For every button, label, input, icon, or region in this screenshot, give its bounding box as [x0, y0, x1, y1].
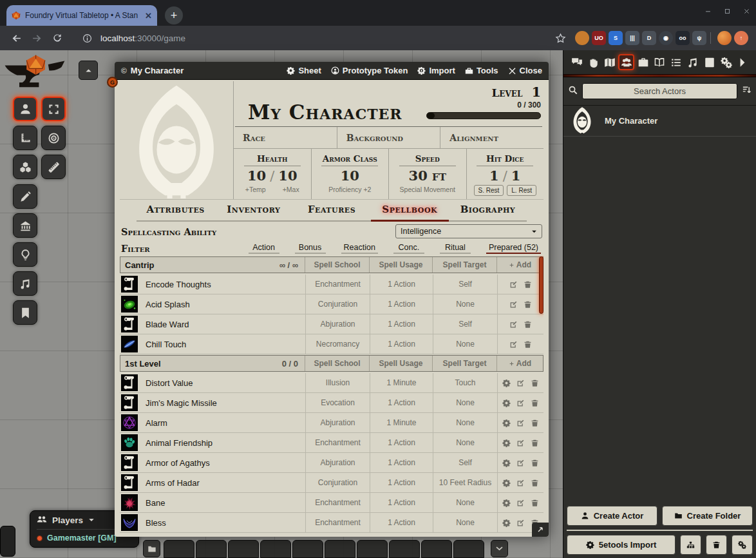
sidebar-tab-chat[interactable]: [569, 54, 585, 70]
new-tab-button[interactable]: +: [165, 6, 183, 24]
edit-icon[interactable]: [509, 280, 518, 289]
wall-controls-button[interactable]: [13, 213, 37, 238]
prepare-toggle-icon[interactable]: [502, 419, 511, 427]
spell-name[interactable]: Chill Touch: [140, 340, 305, 349]
spell-icon[interactable]: [121, 316, 138, 332]
sound-controls-button[interactable]: [13, 271, 37, 296]
hp-current[interactable]: 10: [247, 168, 266, 184]
edit-icon[interactable]: [516, 419, 525, 427]
delete-icon[interactable]: [531, 379, 539, 387]
measure-controls-button[interactable]: [13, 126, 37, 150]
prepare-toggle-icon[interactable]: [502, 379, 511, 387]
delete-icon[interactable]: [531, 459, 539, 467]
hp-maxmod-label[interactable]: +Max: [283, 186, 299, 193]
sidebar-tab-settings[interactable]: [718, 54, 734, 70]
macro-slot[interactable]: [164, 540, 194, 558]
macro-slot[interactable]: [389, 540, 420, 558]
macro-slot[interactable]: [325, 540, 355, 558]
spell-icon[interactable]: [121, 394, 138, 411]
macro-slot[interactable]: [421, 540, 452, 558]
sort-filter-icon[interactable]: [742, 85, 751, 97]
speed-value[interactable]: 30 ft: [389, 168, 466, 184]
prepare-toggle-icon[interactable]: [502, 479, 511, 487]
controls-collapse-button[interactable]: [79, 61, 98, 80]
delete-all-button[interactable]: [706, 535, 727, 555]
select-tool-button[interactable]: [41, 97, 66, 121]
token-controls-button[interactable]: [13, 97, 37, 121]
macro-slot[interactable]: [228, 540, 259, 558]
directory-settings-button[interactable]: [732, 535, 753, 555]
url-bar[interactable]: localhost:30000/game: [70, 30, 548, 46]
bookmark-star-icon[interactable]: [552, 30, 569, 46]
extension-sliders-icon[interactable]: |||: [625, 31, 639, 45]
sidebar-tab-items[interactable]: [635, 54, 651, 70]
sidebar-tab-tables[interactable]: [668, 54, 685, 70]
spell-name[interactable]: Armor of Agathys: [140, 458, 305, 468]
tab-attributes[interactable]: Attributes: [137, 204, 214, 222]
field-alignment[interactable]: Alignment: [440, 127, 543, 148]
tab-biography[interactable]: Biography: [449, 204, 527, 222]
spell-icon[interactable]: [121, 434, 138, 451]
delete-icon[interactable]: [524, 280, 532, 289]
edit-icon[interactable]: [509, 340, 518, 349]
prepare-toggle-icon[interactable]: [502, 519, 511, 527]
prepare-toggle-icon[interactable]: [502, 399, 511, 407]
extension-claw-icon[interactable]: ψ: [692, 31, 706, 45]
create-folder-button[interactable]: Create Folder: [662, 506, 753, 526]
hp-temp-label[interactable]: +Temp: [245, 186, 266, 193]
reload-icon[interactable]: [49, 30, 66, 46]
sidebar-tab-collapse[interactable]: [735, 54, 751, 70]
tab-inventory[interactable]: Inventory: [214, 204, 292, 222]
edit-icon[interactable]: [509, 320, 518, 329]
window-resize-handle[interactable]: [532, 523, 549, 537]
av-dock[interactable]: [0, 526, 15, 557]
edit-icon[interactable]: [509, 300, 518, 309]
ruler-tool-button[interactable]: [41, 155, 66, 179]
drawing-controls-button[interactable]: [13, 184, 37, 209]
edit-icon[interactable]: [516, 399, 525, 407]
level-value[interactable]: 1: [531, 84, 541, 100]
sidebar-tab-compendium[interactable]: [701, 54, 717, 70]
browser-tab[interactable]: Foundry Virtual Tabletop • A Stan ✕: [6, 5, 157, 26]
spell-name[interactable]: Animal Friendship: [140, 438, 305, 448]
5etools-import-button[interactable]: 5etools Import: [567, 535, 676, 555]
edit-icon[interactable]: [516, 439, 525, 447]
delete-icon[interactable]: [531, 439, 539, 447]
sidebar-tab-scenes[interactable]: [602, 54, 618, 70]
delete-icon[interactable]: [531, 479, 539, 487]
character-portrait[interactable]: [120, 81, 233, 199]
delete-icon[interactable]: [531, 419, 539, 427]
spell-icon[interactable]: [121, 336, 138, 352]
window-maximize-icon[interactable]: [717, 0, 737, 22]
xp-value[interactable]: 0: [517, 101, 522, 110]
add-spell-button[interactable]: Add: [496, 257, 543, 273]
macro-slot[interactable]: [453, 540, 484, 558]
hotbar-collapse-icon[interactable]: [491, 540, 508, 557]
prepare-toggle-icon[interactable]: [502, 439, 511, 447]
field-race[interactable]: Race: [234, 127, 337, 148]
edit-icon[interactable]: [516, 379, 525, 387]
delete-icon[interactable]: [531, 499, 539, 507]
hp-max[interactable]: 10: [278, 168, 297, 184]
spell-name[interactable]: Blade Ward: [140, 320, 305, 329]
extension-cookie-icon[interactable]: [575, 31, 589, 45]
spell-name[interactable]: Bane: [140, 498, 305, 508]
extension-shield-icon[interactable]: UO: [592, 31, 606, 45]
prepare-toggle-icon[interactable]: [502, 499, 511, 507]
spellcasting-ability-select[interactable]: Intelligence: [395, 224, 542, 238]
extension-update-icon[interactable]: ↑: [734, 31, 748, 45]
spell-icon[interactable]: [121, 414, 138, 431]
macro-folder-button[interactable]: [143, 540, 160, 557]
spell-icon[interactable]: [121, 454, 138, 471]
spell-name[interactable]: Acid Splash: [140, 300, 305, 309]
sheet-button[interactable]: Sheet: [287, 66, 321, 75]
edit-icon[interactable]: [516, 519, 525, 527]
close-button[interactable]: Close: [508, 66, 542, 75]
lighting-controls-button[interactable]: [13, 242, 37, 267]
forward-icon[interactable]: [28, 30, 45, 46]
macro-slot[interactable]: [357, 540, 388, 558]
import-button[interactable]: Import: [417, 66, 455, 75]
delete-icon[interactable]: [524, 340, 532, 349]
back-icon[interactable]: [8, 30, 24, 46]
sidebar-tab-playlists[interactable]: [685, 54, 701, 70]
